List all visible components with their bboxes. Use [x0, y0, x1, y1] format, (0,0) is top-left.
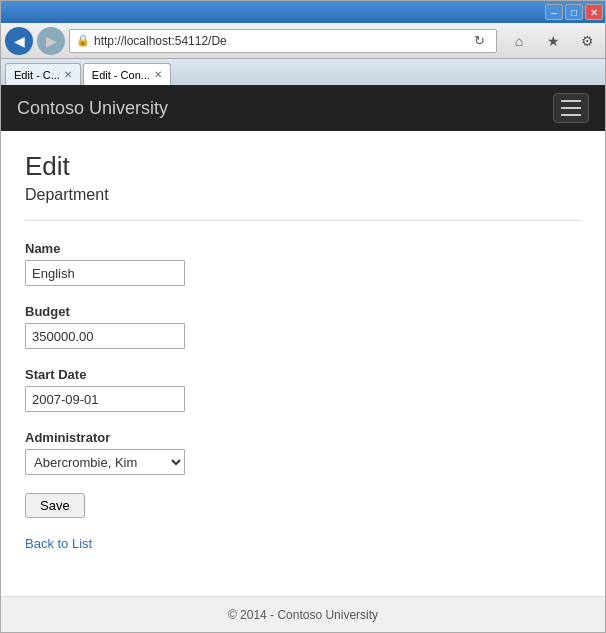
tab-label: Edit - C...: [14, 69, 60, 81]
refresh-button[interactable]: ↻: [468, 30, 490, 52]
address-bar: 🔒 ↻: [69, 29, 497, 53]
browser-icons: ⌂ ★ ⚙: [505, 27, 601, 55]
page-content: Edit Department Name Budget Start Date A…: [1, 131, 605, 596]
back-to-list-link[interactable]: Back to List: [25, 536, 92, 551]
back-button[interactable]: ◀: [5, 27, 33, 55]
back-icon: ◀: [14, 33, 25, 49]
save-button[interactable]: Save: [25, 493, 85, 518]
gear-icon: ⚙: [581, 33, 594, 49]
tab-edit-con[interactable]: Edit - Con... ✕: [83, 63, 171, 85]
home-icon-button[interactable]: ⌂: [505, 27, 533, 55]
name-label: Name: [25, 241, 581, 256]
footer-text: © 2014 - Contoso University: [228, 608, 378, 622]
tab-edit-c[interactable]: Edit - C... ✕: [5, 63, 81, 85]
tab-close-icon[interactable]: ✕: [64, 69, 72, 80]
administrator-label: Administrator: [25, 430, 581, 445]
minimize-button[interactable]: –: [545, 4, 563, 20]
hamburger-line-2: [561, 107, 581, 109]
name-input[interactable]: [25, 260, 185, 286]
hamburger-menu[interactable]: [553, 93, 589, 123]
back-link-container: Back to List: [25, 534, 581, 552]
name-field-group: Name: [25, 241, 581, 286]
administrator-field-group: Administrator Abercrombie, Kim Fakhouri,…: [25, 430, 581, 475]
maximize-button[interactable]: □: [565, 4, 583, 20]
address-input[interactable]: [94, 34, 464, 48]
settings-icon-button[interactable]: ⚙: [573, 27, 601, 55]
tab-close-icon[interactable]: ✕: [154, 69, 162, 80]
title-bar: – □ ✕: [1, 1, 605, 23]
hamburger-line-3: [561, 114, 581, 116]
home-icon: ⌂: [515, 33, 523, 49]
favorites-icon-button[interactable]: ★: [539, 27, 567, 55]
nav-brand: Contoso University: [17, 98, 553, 119]
page-footer: © 2014 - Contoso University: [1, 596, 605, 632]
title-bar-buttons: – □ ✕: [545, 4, 603, 20]
page-subtitle: Department: [25, 186, 581, 204]
budget-input[interactable]: [25, 323, 185, 349]
page-title: Edit: [25, 151, 581, 182]
tab-bar: Edit - C... ✕ Edit - Con... ✕: [1, 59, 605, 85]
star-icon: ★: [547, 33, 560, 49]
close-button[interactable]: ✕: [585, 4, 603, 20]
navbar: Contoso University: [1, 85, 605, 131]
forward-button[interactable]: ▶: [37, 27, 65, 55]
start-date-label: Start Date: [25, 367, 581, 382]
browser-window: – □ ✕ ◀ ▶ 🔒 ↻ ⌂ ★ ⚙: [0, 0, 606, 633]
administrator-select[interactable]: Abercrombie, Kim Fakhouri, Fadi Harui, R…: [25, 449, 185, 475]
start-date-field-group: Start Date: [25, 367, 581, 412]
browser-toolbar: ◀ ▶ 🔒 ↻ ⌂ ★ ⚙: [1, 23, 605, 59]
tab-label: Edit - Con...: [92, 69, 150, 81]
budget-field-group: Budget: [25, 304, 581, 349]
divider: [25, 220, 581, 221]
start-date-input[interactable]: [25, 386, 185, 412]
hamburger-line-1: [561, 100, 581, 102]
lock-icon: 🔒: [76, 34, 90, 47]
forward-icon: ▶: [46, 33, 57, 49]
budget-label: Budget: [25, 304, 581, 319]
